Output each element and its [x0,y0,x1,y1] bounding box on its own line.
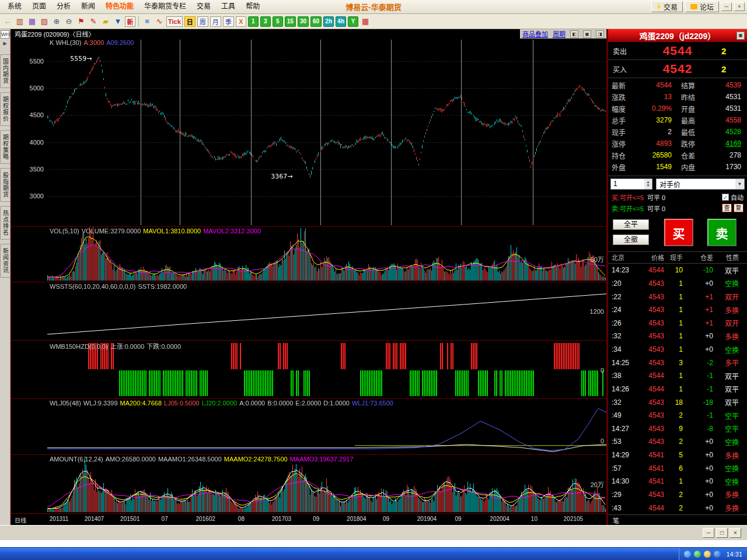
period-year-button[interactable]: Y [348,16,358,27]
tick-row[interactable]: :3245431+0多换 [608,330,747,343]
menu-item-5[interactable]: 华泰期货专栏 [139,0,191,13]
layout-grid-button[interactable]: ▣ [583,30,591,38]
sidebar-tab-1[interactable]: 期权报价 [0,92,11,126]
back-icon[interactable]: ← [2,16,13,27]
tab-detail[interactable]: 笔 [613,516,619,525]
period-month-button[interactable]: 月 [210,16,221,27]
indicator-group-box[interactable]: WHL [1,30,9,38]
cycle-link[interactable]: 周期 [553,29,566,38]
window-close-button[interactable]: × [729,528,741,538]
bid-row[interactable]: 买入 4542 2 [608,60,747,78]
zoom-out-icon[interactable]: ⊖ [64,16,74,27]
app-minimize-button[interactable]: ─ [721,2,732,11]
tick-button[interactable]: Tick [166,16,183,27]
tick-row[interactable]: 14:2745439-8空平 [608,422,747,436]
tray-alert-icon[interactable] [704,551,711,558]
filter-icon[interactable]: ▼ [113,16,123,27]
tick-row[interactable]: :2245431+1双开 [608,290,747,303]
tick-row[interactable]: 14:23454410-10双平 [608,264,747,277]
overlay-link[interactable]: 商品叠加 [522,29,548,38]
zoom-in-icon[interactable]: ⊕ [51,16,62,27]
close-all-button[interactable]: 全平 [613,219,649,230]
period-4h-button[interactable]: 4h [336,16,346,27]
kline-icon[interactable]: ▥ [15,16,25,27]
menu-item-4[interactable]: 特色功能 [100,0,139,13]
tick-row[interactable]: :2945432+0多换 [608,488,747,502]
period-15min-button[interactable]: 15 [285,16,296,27]
tick-row[interactable]: 14:2645441-1双平 [608,383,747,396]
period-2h-button[interactable]: 2h [323,16,334,27]
ask-row[interactable]: 卖出 4544 2 [608,42,747,60]
tray-shield-icon[interactable] [694,551,701,558]
wlj-canvas[interactable] [47,399,606,454]
taskbar[interactable]: 14:31 [0,547,747,560]
sell-button[interactable]: 卖 [707,219,736,246]
layout-right-button[interactable]: ◨ [596,30,604,38]
menu-item-6[interactable]: 交易 [191,0,216,13]
quantity-stepper[interactable]: 1 ▲▼ [610,178,652,190]
cancel-all-button[interactable]: 全撤 [613,235,649,245]
tick-row[interactable]: :2445431+1多换 [608,303,747,317]
period-3min-button[interactable]: 3 [260,16,271,27]
list-icon[interactable]: ≡ [142,16,152,27]
price-mode-select[interactable]: 对手价 ▼ [656,178,745,190]
period-1min-button[interactable]: 1 [248,16,259,27]
tick-row[interactable]: :3445431+0空换 [608,343,747,356]
tray-app-icon[interactable] [714,551,721,558]
tick-row[interactable]: :3845441-1双平 [608,369,747,383]
tray-network-icon[interactable] [684,551,691,558]
auto-checkbox[interactable]: ✓ 自动 [722,192,743,202]
tick-row[interactable]: :4945432-1空平 [608,409,747,422]
period-week-button[interactable]: 周 [197,16,208,27]
menu-item-7[interactable]: 工具 [216,0,240,13]
tick-row[interactable]: :5745416+0空换 [608,461,747,475]
multi-chart-icon[interactable]: ▦ [360,16,371,27]
draw-icon[interactable]: ▨ [39,16,50,27]
tick-row[interactable]: :4345442+0多换 [608,501,747,514]
tick-row[interactable]: :2645431+1双开 [608,317,747,330]
k-chart-canvas[interactable] [47,38,606,226]
stepper-arrows-icon[interactable]: ▲▼ [644,179,652,189]
window-minimize-button[interactable]: ─ [703,528,714,538]
new-button[interactable]: 新 [125,16,135,27]
chevron-down-icon[interactable]: ▼ [735,179,744,189]
board-icon[interactable]: ▦ [27,16,37,27]
wssts-canvas[interactable] [47,282,606,340]
period-60min-button[interactable]: 60 [310,16,322,27]
menu-item-2[interactable]: 分析 [51,0,76,13]
flag-icon[interactable]: ⚑ [76,16,86,27]
sidebar-tab-3[interactable]: 股指期货 [0,168,11,202]
tick-row[interactable]: :5345432+0空换 [608,435,747,449]
sidebar-tab-5[interactable]: 新闻资讯 [0,244,11,278]
sidebar-tab-0[interactable]: 国内期货 [0,54,11,88]
fill-icon[interactable]: ▰ [100,16,111,27]
panel-expand-button[interactable]: ▣ [736,32,745,40]
order-restore-button[interactable]: 复 [734,204,743,212]
period-30min-button[interactable]: 30 [298,16,309,27]
pencil-icon[interactable]: ✎ [88,16,99,27]
tick-chart-icon[interactable]: ∿ [154,16,165,27]
sidebar-tab-2[interactable]: 期权策略 [0,130,11,164]
forum-button[interactable]: 论坛 [685,1,719,12]
tick-row[interactable]: :32454318-18双平 [608,396,747,409]
period-x-button[interactable]: X [236,16,246,27]
trade-button[interactable]: 交易 [651,1,683,12]
menu-item-8[interactable]: 帮助 [240,0,265,13]
volume-canvas[interactable] [47,227,606,282]
window-restore-button[interactable]: □ [716,528,728,538]
buy-button[interactable]: 买 [664,219,693,246]
menu-item-1[interactable]: 页面 [27,0,51,13]
sidebar-tab-4[interactable]: 热点排名 [0,206,11,240]
app-close-button[interactable]: × [734,2,745,11]
tick-row[interactable]: 14:3045411+0空换 [608,475,747,488]
layout-left-button[interactable]: ◧ [570,30,578,38]
period-season-button[interactable]: 季 [223,16,234,27]
query-button[interactable]: 查 [722,204,732,212]
period-5min-button[interactable]: 5 [273,16,283,27]
tick-row[interactable]: 14:2545433-2多平 [608,356,747,369]
tick-row[interactable]: :2045431+0空换 [608,277,747,290]
period-day-button[interactable]: 日 [184,16,196,27]
menu-item-3[interactable]: 新闻 [76,0,100,13]
amount-canvas[interactable] [47,455,606,513]
sidebar-arrow-icon[interactable]: ▶ [3,41,6,46]
